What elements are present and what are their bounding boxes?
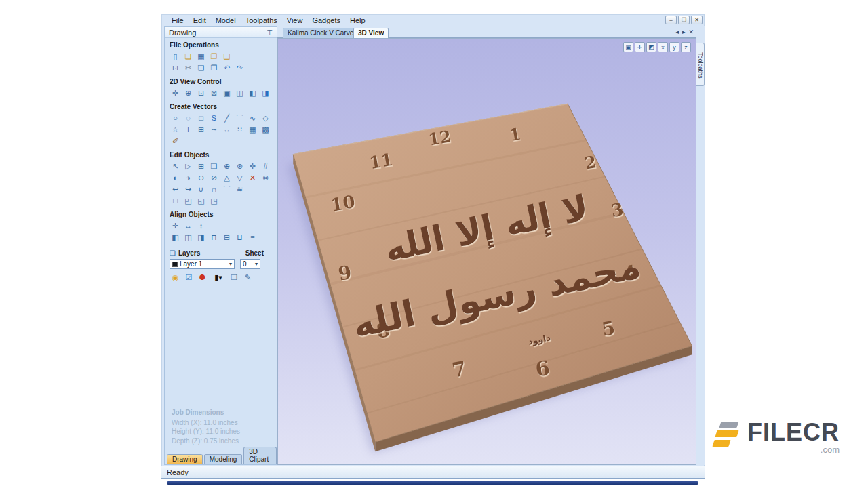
- x-axis-view-icon[interactable]: x: [658, 42, 668, 52]
- tab-drawing[interactable]: Drawing: [167, 454, 203, 464]
- text-on-curve-icon[interactable]: ∼: [208, 124, 220, 135]
- align-center-icon[interactable]: ◫: [182, 232, 194, 243]
- fillet-icon[interactable]: ⌒: [221, 184, 233, 195]
- block-array-icon[interactable]: ▩: [260, 124, 271, 135]
- measure-icon[interactable]: ❏: [208, 161, 220, 171]
- align-bottom-icon[interactable]: ⊔: [234, 232, 245, 243]
- text-box-icon[interactable]: ⊞: [195, 124, 207, 135]
- align-left-icon[interactable]: ◧: [170, 232, 181, 243]
- draw-star-icon[interactable]: ☆: [170, 124, 181, 135]
- tile-windows-icon[interactable]: ◧: [247, 87, 258, 98]
- zoom-selection-icon[interactable]: ⊠: [208, 87, 220, 98]
- align-top-icon[interactable]: ⊓: [208, 232, 220, 243]
- menu-help[interactable]: Help: [345, 16, 370, 25]
- mirror-icon[interactable]: ◱: [195, 195, 207, 206]
- align-middle-icon[interactable]: ⊟: [221, 232, 233, 243]
- undo-icon[interactable]: ↶: [221, 62, 233, 73]
- minimize-button[interactable]: –: [665, 16, 677, 24]
- save-file-icon[interactable]: ▦: [195, 51, 207, 62]
- pin-icon[interactable]: ⊤: [267, 28, 273, 36]
- menu-gadgets[interactable]: Gadgets: [307, 16, 345, 25]
- set-size-icon[interactable]: #: [260, 161, 271, 171]
- delete-icon[interactable]: ✕: [247, 172, 258, 183]
- layer-select[interactable]: Layer 1 ▾: [170, 259, 235, 269]
- draw-freehand-icon[interactable]: ∿: [247, 113, 258, 123]
- 3d-viewport[interactable]: ▣✛◩xyz: [277, 38, 696, 465]
- intersection-icon[interactable]: ∩: [208, 184, 220, 195]
- weld-icon[interactable]: ⊖: [195, 172, 207, 183]
- cut-icon[interactable]: ✂: [182, 62, 194, 73]
- menu-model[interactable]: Model: [211, 16, 241, 25]
- offset-icon[interactable]: ⊕: [221, 161, 233, 171]
- move-icon[interactable]: ✛: [247, 161, 258, 171]
- redo-icon[interactable]: ↷: [234, 62, 245, 73]
- close-vector-icon[interactable]: ↪: [182, 184, 194, 195]
- import-vectors-icon[interactable]: ❐: [208, 51, 220, 62]
- union-icon[interactable]: ∪: [195, 184, 207, 195]
- nesting-icon[interactable]: □: [170, 195, 181, 206]
- sheet-select[interactable]: 0 ▾: [240, 259, 260, 269]
- new-file-icon[interactable]: ▯: [170, 51, 181, 62]
- close-button[interactable]: ✕: [691, 16, 703, 24]
- pan-icon[interactable]: ✛: [170, 87, 181, 98]
- menu-edit[interactable]: Edit: [189, 16, 211, 25]
- intersect-icon[interactable]: ⊗: [260, 172, 271, 183]
- zoom-icon[interactable]: ⊕: [182, 87, 194, 98]
- insert-symbol-icon[interactable]: ∷: [234, 124, 245, 135]
- align-right-icon[interactable]: ◨: [195, 232, 207, 243]
- draw-polygon-icon[interactable]: ◇: [260, 113, 271, 123]
- select-icon[interactable]: ↖: [170, 161, 181, 171]
- toggle-2d-3d-icon[interactable]: ◨: [260, 87, 271, 98]
- tab-modeling[interactable]: Modeling: [204, 454, 243, 464]
- tab-toolpaths[interactable]: Toolpaths: [696, 43, 705, 86]
- z-axis-view-icon[interactable]: z: [681, 42, 691, 52]
- iso-view-icon[interactable]: ◩: [646, 42, 656, 52]
- group-icon[interactable]: ◐: [170, 172, 181, 183]
- distort-icon[interactable]: ◳: [208, 195, 220, 206]
- vector-texture-icon[interactable]: ✐: [170, 136, 181, 146]
- align-horizontal-icon[interactable]: ↔: [182, 220, 194, 231]
- scale-icon[interactable]: ⊛: [234, 161, 245, 171]
- paste-icon[interactable]: ❐: [208, 62, 220, 73]
- layer-visibility-icon[interactable]: ◉: [170, 272, 181, 283]
- smooth-icon[interactable]: ≋: [234, 184, 245, 195]
- join-vectors-icon[interactable]: ↩: [170, 184, 181, 195]
- tab-next-icon[interactable]: ▸: [682, 28, 686, 35]
- copy-sheet-icon[interactable]: ❐: [229, 272, 240, 283]
- tab-3d-clipart[interactable]: 3D Clipart: [243, 447, 277, 464]
- draw-arc-icon[interactable]: ⌒: [234, 113, 245, 123]
- menu-toolpaths[interactable]: Toolpaths: [241, 16, 282, 25]
- tab-3d-view[interactable]: 3D View: [353, 28, 389, 38]
- zoom-extents-icon[interactable]: ▣: [221, 87, 233, 98]
- ungroup-icon[interactable]: ◑: [182, 172, 194, 183]
- zoom-window-icon[interactable]: ⊡: [195, 87, 207, 98]
- draw-text-icon[interactable]: T: [182, 124, 194, 135]
- open-file-icon[interactable]: ❏: [182, 51, 194, 62]
- restore-button[interactable]: ❐: [678, 16, 690, 24]
- align-vertical-icon[interactable]: ↕: [195, 220, 207, 231]
- export-vectors-icon[interactable]: ❑: [221, 51, 233, 62]
- view-scale-icon[interactable]: ◫: [234, 87, 245, 98]
- zoom-extents-view-icon[interactable]: ▣: [623, 42, 633, 52]
- space-evenly-icon[interactable]: ≡: [247, 232, 258, 243]
- tab-prev-icon[interactable]: ◂: [675, 28, 679, 35]
- layer-lock-icon[interactable]: ⬤: [197, 272, 208, 283]
- draw-circle-icon[interactable]: ○: [170, 113, 181, 123]
- dimension-icon[interactable]: ↔: [221, 124, 233, 135]
- layer-color-swatch[interactable]: ▮▾: [210, 272, 226, 283]
- node-edit-icon[interactable]: ▷: [182, 161, 194, 171]
- copy-icon[interactable]: ❏: [195, 62, 207, 73]
- array-copy-icon[interactable]: ▦: [247, 124, 258, 135]
- pan-view-icon[interactable]: ✛: [635, 42, 645, 52]
- draw-ellipse-icon[interactable]: ◌: [182, 113, 194, 123]
- draw-line-icon[interactable]: ╱: [221, 113, 233, 123]
- draw-curve-icon[interactable]: S: [208, 113, 220, 123]
- center-in-material-icon[interactable]: ✛: [170, 220, 181, 231]
- y-axis-view-icon[interactable]: y: [669, 42, 679, 52]
- fit-to-curve-icon[interactable]: ◰: [182, 195, 194, 206]
- menu-view[interactable]: View: [282, 16, 308, 25]
- subtract-icon[interactable]: ⊘: [208, 172, 220, 183]
- draw-rectangle-icon[interactable]: □: [195, 113, 207, 123]
- tab-kalima-clock-v-carve[interactable]: Kalima Clock V Carve: [283, 28, 358, 38]
- extend-icon[interactable]: ▽: [234, 172, 245, 183]
